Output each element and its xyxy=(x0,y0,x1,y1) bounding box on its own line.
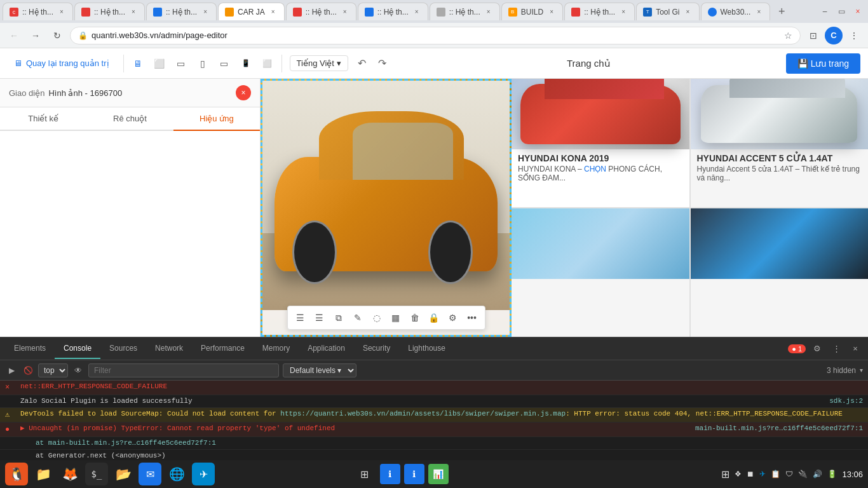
email-app[interactable]: ✉ xyxy=(139,463,161,485)
bottom-right-car-card[interactable] xyxy=(691,208,869,337)
address-input[interactable]: 🔒 quantri.web30s.vn/admin/page-editor ☆ xyxy=(70,27,801,44)
tab-8-close[interactable]: × xyxy=(547,8,556,17)
menu-button[interactable]: ⋮ xyxy=(845,27,863,44)
extensions-button[interactable]: ⊡ xyxy=(804,27,822,44)
panel-close-button[interactable]: × xyxy=(236,85,251,100)
forward-button[interactable]: → xyxy=(27,27,44,44)
eye-icon[interactable]: 👁 xyxy=(72,364,85,377)
more-tool-button[interactable]: ••• xyxy=(463,309,481,327)
language-selector[interactable]: Tiếng Việt ▾ xyxy=(290,55,348,71)
tablet-landscape-icon[interactable]: ⬜ xyxy=(151,55,168,72)
levels-selector[interactable]: Default levels ▾ xyxy=(283,363,356,377)
lock-tool-button[interactable]: 🔒 xyxy=(425,309,443,327)
network-icon[interactable]: 🔌 xyxy=(798,470,808,478)
tab-11-close[interactable]: × xyxy=(754,8,763,17)
info-app-1[interactable]: ℹ xyxy=(380,464,400,484)
page-preview[interactable]: HYUNDAI GRAND i10 1.6 AT... ☰ ☰ ⧉ ✎ ◌ ▦ … xyxy=(261,79,868,337)
style-tool-button[interactable]: ◌ xyxy=(368,309,386,327)
save-page-button[interactable]: 💾 Lưu trang xyxy=(786,53,860,74)
devtools-more-button[interactable]: ⋮ xyxy=(829,341,844,356)
tab-10[interactable]: T Tool Gi × xyxy=(636,3,699,20)
dt-tab-sources[interactable]: Sources xyxy=(100,339,146,359)
grid-tool-button[interactable]: ▦ xyxy=(387,309,405,327)
grid-icon-right[interactable]: ⊞ xyxy=(721,468,729,480)
close-button[interactable]: × xyxy=(850,4,865,19)
align-tool-button[interactable]: ☰ xyxy=(292,309,309,327)
main-car-image[interactable]: HYUNDAI GRAND i10 1.6 AT... ☰ ☰ ⧉ ✎ ◌ ▦ … xyxy=(261,79,512,337)
grid-view-app[interactable]: ⊞ xyxy=(353,463,376,485)
shield-icon[interactable]: 🛡 xyxy=(785,470,793,478)
dt-tab-performance[interactable]: Performance xyxy=(192,339,254,359)
dt-tab-network[interactable]: Network xyxy=(146,339,192,359)
tab-1[interactable]: c :: Hệ th... × xyxy=(3,3,73,20)
bottom-left-car-card[interactable] xyxy=(512,208,689,337)
tab-6-close[interactable]: × xyxy=(412,8,421,17)
files-app[interactable]: 📁 xyxy=(32,463,55,485)
ubuntu-logo[interactable]: 🐧 xyxy=(5,463,28,485)
tab-10-close[interactable]: × xyxy=(684,8,693,17)
desktop-icon[interactable]: 🖥 xyxy=(129,55,147,72)
app-icon-2[interactable]: ⏹ xyxy=(747,470,754,478)
tab-7[interactable]: :: Hệ th... × xyxy=(430,3,500,20)
accent-car-card[interactable]: HYUNDAI ACCENT 5 CỬA 1.4AT Hyundai Accen… xyxy=(691,79,869,207)
phone-portrait-icon[interactable]: 📱 xyxy=(237,55,255,72)
tab-5[interactable]: :: Hệ th... × xyxy=(286,3,356,20)
bookmark-icon[interactable]: ☆ xyxy=(784,30,792,41)
watch-icon[interactable]: ⬜ xyxy=(259,55,276,72)
settings-tool-button[interactable]: ⚙ xyxy=(444,309,462,327)
maximize-button[interactable]: ▭ xyxy=(834,4,849,19)
redo-button[interactable]: ↷ xyxy=(374,55,391,72)
back-button[interactable]: ← xyxy=(5,27,23,44)
console-source-4[interactable]: main-built.min.js?re…c16ff4e5c6eed72f7:1 xyxy=(695,424,863,433)
volume-icon[interactable]: 🔊 xyxy=(813,470,822,478)
chrome-browser[interactable]: 🌐 xyxy=(165,463,188,485)
tab-6[interactable]: :: Hệ th... × xyxy=(358,3,428,20)
edit-tool-button[interactable]: ✎ xyxy=(349,309,367,327)
console-expand-icon[interactable]: ▶ xyxy=(5,364,18,377)
clipboard-icon[interactable]: 📋 xyxy=(771,470,780,478)
devtools-close-button[interactable]: × xyxy=(848,341,863,356)
kona-link[interactable]: CHỌN xyxy=(584,165,606,173)
new-tab-button[interactable]: + xyxy=(773,3,790,20)
tab-hieu-ung[interactable]: Hiệu ứng xyxy=(173,107,260,131)
app-icon-1[interactable]: ❖ xyxy=(735,470,742,478)
tablet-small-icon[interactable]: ▯ xyxy=(194,55,212,72)
firefox-browser[interactable]: 🦊 xyxy=(58,463,81,485)
tab-2-close[interactable]: × xyxy=(129,8,138,17)
dt-tab-memory[interactable]: Memory xyxy=(254,339,299,359)
tab-thiet-ke[interactable]: Thiết kế xyxy=(0,107,86,131)
tab-5-close[interactable]: × xyxy=(341,8,349,17)
tab-1-close[interactable]: × xyxy=(57,8,66,17)
sort-tool-button[interactable]: ☰ xyxy=(311,309,329,327)
tab-re-chuot[interactable]: Rê chuột xyxy=(86,107,173,131)
tab-7-close[interactable]: × xyxy=(484,8,493,17)
tab-3[interactable]: :: Hệ th... × xyxy=(146,3,217,20)
delete-tool-button[interactable]: 🗑 xyxy=(406,309,424,327)
tablet-portrait-icon[interactable]: ▭ xyxy=(172,55,190,72)
file-manager[interactable]: 📂 xyxy=(112,463,135,485)
dt-tab-security[interactable]: Security xyxy=(354,339,399,359)
minimize-button[interactable]: – xyxy=(817,4,832,19)
kona-car-card[interactable]: HYUNDAI KONA 2019 HUYNDAI KONA – CHỌN PH… xyxy=(512,79,689,207)
console-filter-input[interactable] xyxy=(88,363,279,377)
back-to-admin-button[interactable]: 🖥 Quay lại trang quản trị xyxy=(8,55,116,72)
dt-tab-console[interactable]: Console xyxy=(55,339,100,359)
tab-3-close[interactable]: × xyxy=(201,8,210,17)
console-clear-icon[interactable]: 🚫 xyxy=(22,364,34,377)
dt-tab-lighthouse[interactable]: Lighthouse xyxy=(399,339,454,359)
stack-link-1[interactable]: main-built.min.js?re…c16ff4e5c6eed72f7:1 xyxy=(48,439,216,447)
profile-button[interactable]: C xyxy=(825,27,843,44)
phone-landscape-icon[interactable]: ▭ xyxy=(215,55,233,72)
tab-2[interactable]: :: Hệ th... × xyxy=(74,3,145,20)
telegram-icon-right[interactable]: ✈ xyxy=(759,470,766,478)
tab-4-active[interactable]: CAR JA × xyxy=(218,3,285,20)
context-selector[interactable]: top xyxy=(38,363,68,377)
info-app-2[interactable]: ℹ xyxy=(404,464,424,484)
telegram-app[interactable]: ✈ xyxy=(192,463,215,485)
tab-9-close[interactable]: × xyxy=(619,8,628,17)
dt-tab-application[interactable]: Application xyxy=(299,339,354,359)
devtools-settings-button[interactable]: ⚙ xyxy=(810,341,825,356)
dt-tab-elements[interactable]: Elements xyxy=(5,339,55,359)
tab-4-close[interactable]: × xyxy=(269,8,278,17)
undo-button[interactable]: ↶ xyxy=(353,55,371,72)
